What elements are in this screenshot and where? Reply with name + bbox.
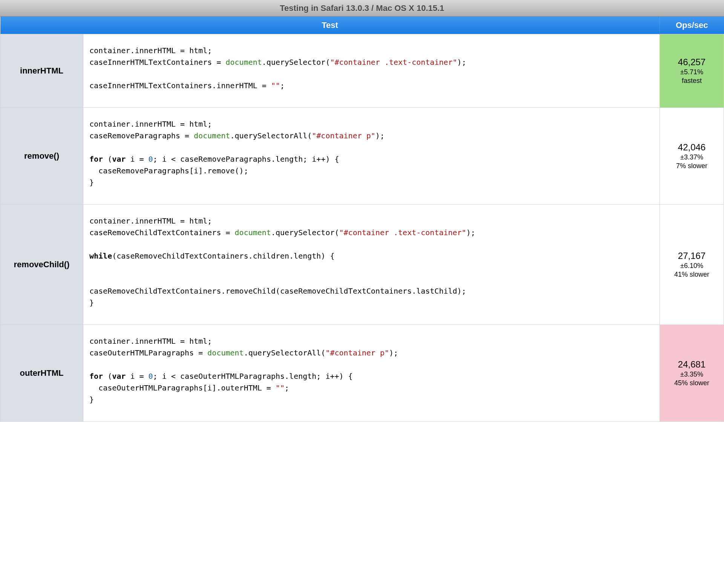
test-code-cell: container.innerHTML = html; caseOuterHTM… [83,325,660,422]
test-code-cell: container.innerHTML = html; caseRemoveCh… [83,205,660,325]
ops-rank: fastest [660,77,724,85]
code-block: container.innerHTML = html; caseRemovePa… [89,118,653,188]
ops-cell: 27,167±6.10%41% slower [660,205,724,325]
test-code-cell: container.innerHTML = html; caseInnerHTM… [83,34,660,108]
ops-rank: 7% slower [660,162,724,170]
code-string: "#container p" [312,131,376,140]
code-number: 0 [149,155,153,164]
window-titlebar: Testing in Safari 13.0.3 / Mac OS X 10.1… [0,0,724,17]
code-global: document [207,348,244,357]
table-row: innerHTMLcontainer.innerHTML = html; cas… [0,34,724,108]
ops-value: 24,681 [660,359,724,370]
code-keyword: for [89,372,103,381]
ops-rank: 45% slower [660,379,724,387]
ops-value: 42,046 [660,142,724,153]
ops-cell: 46,257±5.71%fastest [660,34,724,108]
test-code-cell: container.innerHTML = html; caseRemovePa… [83,108,660,205]
table-row: removeChild()container.innerHTML = html;… [0,205,724,325]
benchmark-table: Test Ops/sec innerHTMLcontainer.innerHTM… [0,17,724,422]
test-name-cell: outerHTML [0,325,83,422]
code-string: "" [276,383,285,392]
code-block: container.innerHTML = html; caseInnerHTM… [89,45,653,92]
table-row: outerHTMLcontainer.innerHTML = html; cas… [0,325,724,422]
ops-rank: 41% slower [660,271,724,279]
code-keyword: while [89,251,112,260]
window-title: Testing in Safari 13.0.3 / Mac OS X 10.1… [280,3,444,13]
ops-cell: 42,046±3.37%7% slower [660,108,724,205]
code-keyword: var [112,155,126,164]
ops-value: 27,167 [660,251,724,261]
code-string: "" [271,81,280,90]
code-number: 0 [149,372,153,381]
table-row: remove()container.innerHTML = html; case… [0,108,724,205]
code-string: "#container .text-container" [330,58,457,67]
code-global: document [194,131,230,140]
column-header-test: Test [0,17,660,34]
code-global: document [235,228,271,237]
column-header-ops: Ops/sec [660,17,724,34]
code-block: container.innerHTML = html; caseOuterHTM… [89,335,653,406]
ops-error: ±6.10% [660,262,724,270]
test-name-cell: remove() [0,108,83,205]
test-name-cell: innerHTML [0,34,83,108]
ops-cell: 24,681±3.35%45% slower [660,325,724,422]
code-global: document [225,58,262,67]
code-keyword: var [112,372,126,381]
test-name-cell: removeChild() [0,205,83,325]
code-string: "#container p" [325,348,389,357]
ops-error: ±5.71% [660,68,724,76]
ops-value: 46,257 [660,57,724,67]
code-string: "#container .text-container" [339,228,466,237]
code-block: container.innerHTML = html; caseRemoveCh… [89,215,653,309]
ops-error: ±3.35% [660,371,724,378]
code-keyword: for [89,155,103,164]
ops-error: ±3.37% [660,153,724,161]
